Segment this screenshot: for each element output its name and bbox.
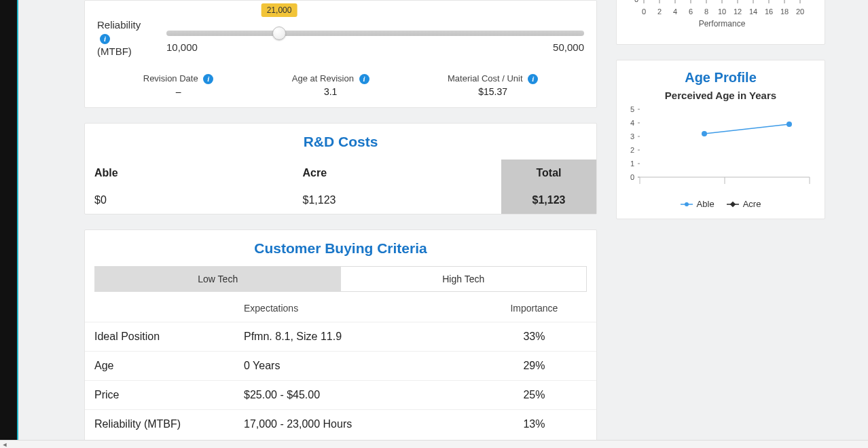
perf-x-label: Performance [699, 19, 746, 29]
svg-text:10: 10 [718, 7, 726, 16]
svg-text:3: 3 [630, 132, 634, 141]
slider-value-badge: 21,000 [261, 3, 297, 17]
table-row: Reliability (MTBF)17,000 - 23,000 Hours1… [85, 409, 596, 438]
svg-text:5: 5 [630, 105, 634, 113]
criteria-name: Ideal Position [85, 322, 234, 351]
svg-text:0: 0 [642, 7, 646, 16]
slider-thumb[interactable] [272, 26, 286, 40]
criteria-title: Customer Buying Criteria [85, 230, 596, 266]
performance-chart-card: 0 02468101214161820 Performance [616, 0, 825, 45]
age-legend: Able Acre [623, 199, 818, 209]
svg-text:0: 0 [630, 173, 634, 181]
age-at-revision-value: 3.1 [292, 86, 369, 97]
svg-text:2: 2 [657, 7, 662, 16]
tab-low-tech[interactable]: Low Tech [95, 267, 341, 291]
slider-track[interactable] [166, 31, 584, 36]
rd-col-total: Total [501, 160, 596, 187]
svg-text:12: 12 [734, 7, 742, 16]
svg-text:4: 4 [673, 7, 677, 16]
criteria-expectation: 0 Years [234, 351, 472, 380]
criteria-importance: 29% [472, 351, 596, 380]
age-profile-subtitle: Perceived Age in Years [623, 90, 818, 101]
criteria-header-imp: Importance [472, 295, 596, 322]
info-icon[interactable]: i [528, 74, 538, 84]
criteria-name: Reliability (MTBF) [85, 409, 234, 438]
age-profile-chart: 012345 [623, 105, 818, 193]
horizontal-scrollbar[interactable]: ◄ [0, 440, 868, 448]
scrollbar-arrow-left-icon[interactable]: ◄ [0, 441, 10, 448]
slider-max-label: 50,000 [553, 41, 584, 53]
info-icon[interactable]: i [100, 34, 110, 44]
performance-chart-axis: 0 02468101214161820 Performance [623, 0, 818, 32]
criteria-name: Price [85, 380, 234, 409]
revision-date-label: Revision Date i [143, 73, 214, 84]
age-at-revision-label: Age at Revision i [292, 73, 369, 84]
criteria-header-exp: Expectations [234, 295, 472, 322]
table-row: Ideal PositionPfmn. 8.1, Size 11.933% [85, 322, 596, 351]
rd-col-acre: Acre [293, 160, 502, 187]
svg-text:16: 16 [765, 7, 773, 16]
info-icon[interactable]: i [203, 74, 213, 84]
age-point-able-2 [786, 122, 792, 127]
criteria-header-blank [85, 295, 234, 322]
svg-text:6: 6 [689, 7, 693, 16]
reliability-card: Reliability i (MTBF) 21,000 10,000 50,00… [84, 0, 597, 108]
svg-text:18: 18 [780, 7, 789, 16]
reliability-label-line2: (MTBF) [97, 45, 132, 57]
material-cost-value: $15.37 [448, 86, 538, 97]
slider-min-label: 10,000 [166, 41, 198, 53]
svg-text:14: 14 [749, 7, 757, 16]
tab-high-tech[interactable]: High Tech [341, 267, 587, 291]
table-row: Price$25.00 - $45.0025% [85, 380, 596, 409]
material-cost-label: Material Cost / Unit i [448, 73, 538, 84]
age-series-able-line [704, 124, 789, 134]
criteria-expectation: 17,000 - 23,000 Hours [234, 409, 472, 438]
rd-col-able: Able [85, 160, 293, 187]
svg-rect-43 [729, 201, 735, 206]
revision-row: Revision Date i – Age at Revision i 3.1 … [97, 73, 584, 97]
reliability-label-line1: Reliability [97, 19, 141, 31]
criteria-importance: 33% [472, 322, 596, 351]
svg-text:20: 20 [796, 7, 804, 16]
reliability-label: Reliability i (MTBF) [97, 13, 151, 58]
left-nav-rail [0, 0, 17, 441]
svg-text:2: 2 [630, 146, 634, 154]
criteria-name: Age [85, 351, 234, 380]
age-point-able-1 [702, 131, 707, 136]
criteria-table: Expectations Importance Ideal PositionPf… [85, 295, 596, 438]
criteria-card: Customer Buying Criteria Low Tech High T… [84, 229, 597, 445]
info-icon[interactable]: i [359, 74, 369, 84]
svg-text:4: 4 [630, 119, 634, 127]
rd-costs-card: R&D Costs Able Acre Total $0 $1,123 $1,1… [84, 123, 597, 214]
svg-text:1: 1 [630, 160, 634, 168]
age-profile-title: Age Profile [623, 70, 818, 86]
legend-acre: Acre [727, 199, 761, 209]
criteria-importance: 13% [472, 409, 596, 438]
rd-val-total: $1,123 [501, 187, 596, 214]
rd-val-able: $0 [85, 187, 293, 214]
rd-val-acre: $1,123 [293, 187, 502, 214]
criteria-expectation: Pfmn. 8.1, Size 11.9 [234, 322, 472, 351]
scroll-region[interactable]: Reliability i (MTBF) 21,000 10,000 50,00… [18, 0, 868, 440]
criteria-importance: 25% [472, 380, 596, 409]
age-profile-card: Age Profile Perceived Age in Years 01234… [616, 60, 825, 219]
reliability-slider[interactable]: 21,000 10,000 50,000 [166, 13, 584, 53]
revision-date-value: – [143, 86, 214, 97]
svg-text:8: 8 [704, 7, 708, 16]
svg-point-41 [685, 202, 689, 206]
criteria-tabs: Low Tech High Tech [94, 266, 587, 292]
table-row: Age0 Years29% [85, 351, 596, 380]
criteria-expectation: $25.00 - $45.00 [234, 380, 472, 409]
legend-able: Able [681, 199, 715, 209]
perf-y-zero: 0 [634, 0, 638, 3]
rd-costs-title: R&D Costs [85, 124, 596, 160]
